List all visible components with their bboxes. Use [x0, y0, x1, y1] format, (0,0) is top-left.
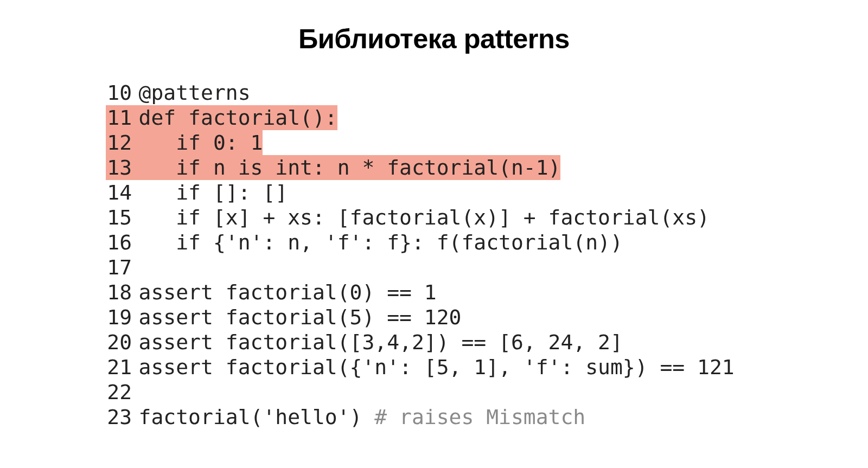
code-text: assert factorial(5) == 120 — [139, 305, 462, 329]
code-line: 16 if {'n': n, 'f': f}: f(factorial(n)) — [106, 230, 735, 255]
line-number: 14 — [106, 180, 132, 205]
code-line: 17 — [106, 255, 735, 280]
code-line: 15 if [x] + xs: [factorial(x)] + factori… — [106, 205, 735, 230]
code-text: assert factorial(0) == 1 — [139, 280, 437, 304]
code-line: 22 — [106, 380, 735, 405]
line-number: 17 — [106, 255, 132, 280]
line-number: 21 — [106, 355, 132, 380]
code-text: if n is int: n * factorial(n-1) — [139, 156, 561, 179]
code-line: 14 if []: [] — [106, 180, 735, 205]
line-number: 16 — [106, 230, 132, 255]
line-number: 11 — [106, 105, 132, 130]
line-number: 19 — [106, 305, 132, 330]
code-line: 13 if n is int: n * factorial(n-1) — [106, 155, 735, 180]
code-text: @patterns — [139, 81, 251, 105]
code-text: def factorial(): — [139, 106, 337, 130]
code-line: 19assert factorial(5) == 120 — [106, 305, 735, 330]
code-line: 18assert factorial(0) == 1 — [106, 280, 735, 305]
code-text: if {'n': n, 'f': f}: f(factorial(n)) — [139, 230, 623, 254]
code-comment: # raises Mismatch — [374, 405, 585, 429]
line-number: 20 — [106, 330, 132, 355]
code-text: factorial('hello') — [139, 405, 375, 429]
code-line: 11def factorial(): — [106, 105, 735, 130]
line-number: 15 — [106, 205, 132, 230]
line-number: 12 — [106, 130, 132, 155]
code-line: 20assert factorial([3,4,2]) == [6, 24, 2… — [106, 330, 735, 355]
code-line: 21assert factorial({'n': [5, 1], 'f': su… — [106, 355, 735, 380]
line-number: 18 — [106, 280, 132, 305]
line-number: 13 — [106, 155, 132, 180]
code-line: 10@patterns — [106, 80, 735, 105]
line-number: 23 — [106, 405, 132, 429]
slide-title: Библиотека patterns — [0, 0, 868, 55]
code-line: 12 if 0: 1 — [106, 130, 735, 155]
line-number: 10 — [106, 80, 132, 105]
line-number: 22 — [106, 380, 132, 405]
code-text: if 0: 1 — [139, 131, 263, 155]
code-line: 23factorial('hello') # raises Mismatch — [106, 405, 735, 429]
code-text: if [x] + xs: [factorial(x)] + factorial(… — [139, 206, 710, 229]
slide: Библиотека patterns 10@patterns 11def fa… — [0, 0, 868, 468]
code-text: if []: [] — [139, 181, 288, 204]
code-text: assert factorial({'n': [5, 1], 'f': sum}… — [139, 355, 735, 379]
code-block: 10@patterns 11def factorial(): 12 if 0: … — [106, 80, 735, 429]
code-text: assert factorial([3,4,2]) == [6, 24, 2] — [139, 330, 623, 354]
